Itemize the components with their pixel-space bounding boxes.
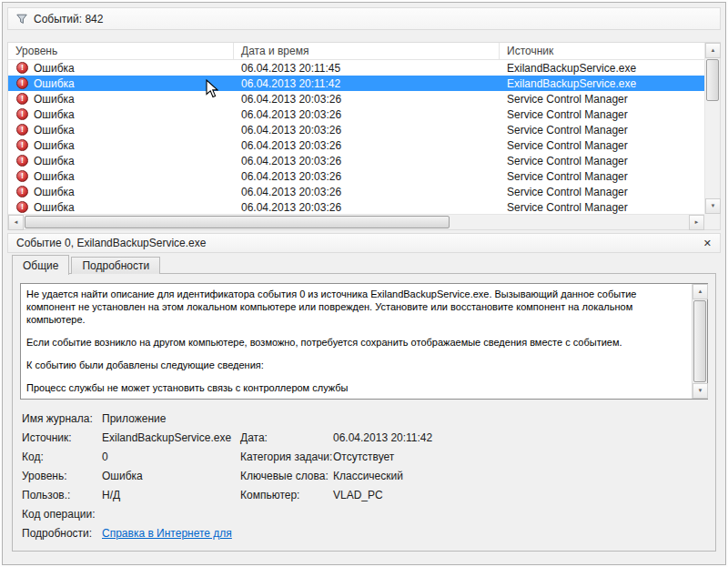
horizontal-scrollbar-thumb[interactable] (25, 216, 450, 228)
error-icon: ! (16, 201, 28, 213)
event-row[interactable]: ! Ошибка 06.04.2013 20:03:26 Service Con… (8, 153, 704, 168)
event-description-text: Не удается найти описание для идентифика… (26, 288, 687, 397)
close-icon[interactable]: ✕ (703, 238, 712, 249)
description-paragraph: Не удается найти описание для идентифика… (26, 288, 687, 326)
event-level-cell: ! Ошибка (8, 155, 234, 167)
event-detail-title: Событие 0, ExilandBackupService.exe (16, 237, 206, 249)
event-level-label: Ошибка (34, 77, 75, 90)
scroll-down-button[interactable]: ▼ (693, 383, 708, 399)
event-row[interactable]: ! Ошибка 06.04.2013 20:03:26 Service Con… (8, 184, 704, 199)
field-label: Код: (22, 451, 102, 463)
event-level-label: Ошибка (34, 186, 75, 198)
event-source: Service Control Manager (500, 201, 704, 214)
event-row[interactable]: ! Ошибка 06.04.2013 20:03:26 Service Con… (8, 91, 704, 106)
error-icon: ! (16, 155, 28, 167)
error-icon: ! (16, 93, 28, 105)
table-horizontal-scrollbar[interactable]: ◄ ► (8, 214, 704, 229)
field-row: Источник: ExilandBackupService.exe Дата:… (20, 428, 708, 447)
filter-icon (16, 14, 27, 25)
error-icon: ! (16, 124, 28, 136)
field-label: Уровень: (22, 470, 102, 482)
field-label: Код операции: (22, 508, 102, 521)
event-datetime: 06.04.2013 20:03:26 (234, 108, 500, 121)
column-header-datetime[interactable]: Дата и время (234, 43, 500, 59)
event-level-label: Ошибка (34, 155, 75, 167)
event-source: Service Control Manager (500, 124, 704, 137)
tab-details[interactable]: Подробности (71, 257, 160, 274)
scroll-right-button[interactable]: ► (689, 215, 704, 230)
event-source: Service Control Manager (500, 155, 704, 167)
event-level-label: Ошибка (34, 170, 75, 183)
event-level-cell: ! Ошибка (8, 93, 234, 106)
events-table-body: ! Ошибка 06.04.2013 20:11:45 ExilandBack… (8, 60, 704, 214)
field-row: Код операции: (20, 504, 708, 523)
event-source: Service Control Manager (500, 186, 704, 198)
field-label: Подробности: (22, 527, 102, 540)
online-help-link[interactable]: Справка в Интернете для (102, 527, 232, 540)
event-datetime: 06.04.2013 20:03:26 (234, 93, 500, 106)
event-datetime: 06.04.2013 20:03:26 (234, 139, 500, 152)
table-vertical-scrollbar[interactable]: ▲ ▼ (704, 43, 720, 214)
description-paragraph: Процесс службы не может установить связь… (26, 381, 687, 394)
event-datetime: 06.04.2013 20:11:42 (234, 77, 500, 90)
column-header-source[interactable]: Источник (500, 43, 704, 59)
tab-general[interactable]: Общие (12, 255, 69, 275)
event-datetime: 06.04.2013 20:03:26 (234, 170, 500, 183)
description-paragraph: Если событие возникло на другом компьюте… (26, 336, 687, 349)
error-icon: ! (16, 139, 28, 151)
event-level-label: Ошибка (34, 108, 75, 121)
event-source: ExilandBackupService.exe (500, 62, 704, 75)
scroll-up-button[interactable]: ▲ (693, 284, 708, 299)
field-label: Имя журнала: (22, 412, 102, 425)
field-label: Дата: (240, 431, 333, 444)
scroll-left-button[interactable]: ◄ (8, 215, 24, 230)
event-row[interactable]: ! Ошибка 06.04.2013 20:11:45 ExilandBack… (8, 60, 704, 76)
event-row[interactable]: ! Ошибка 06.04.2013 20:11:42 ExilandBack… (8, 76, 704, 91)
event-source: Service Control Manager (500, 93, 704, 106)
event-source: Service Control Manager (500, 108, 704, 121)
field-label: Пользов.: (22, 489, 102, 501)
event-datetime: 06.04.2013 20:03:26 (234, 201, 500, 214)
event-source: ExilandBackupService.exe (500, 77, 704, 90)
description-scrollbar[interactable]: ▲ ▼ (692, 284, 707, 399)
event-detail-header: Событие 0, ExilandBackupService.exe ✕ (7, 233, 721, 253)
field-label: Компьютер: (240, 489, 333, 501)
event-row[interactable]: ! Ошибка 06.04.2013 20:03:26 Service Con… (8, 199, 704, 214)
event-level-label: Ошибка (34, 62, 75, 75)
event-viewer-window: Событий: 842 Уровень Дата и время Источн… (2, 2, 726, 565)
event-level-cell: ! Ошибка (8, 170, 234, 183)
scroll-down-button[interactable]: ▼ (705, 198, 721, 214)
error-icon: ! (16, 77, 28, 89)
scrollbar-thumb[interactable] (693, 300, 706, 382)
error-icon: ! (16, 62, 28, 74)
field-row: Код: 0 Категория задачи: Отсутствует (20, 447, 708, 466)
event-level-cell: ! Ошибка (8, 201, 234, 214)
event-level-cell: ! Ошибка (8, 62, 234, 75)
event-source: Service Control Manager (500, 139, 704, 152)
event-level-cell: ! Ошибка (8, 108, 234, 121)
field-value: Н/Д (102, 489, 240, 501)
table-header: Уровень Дата и время Источник (8, 43, 704, 60)
field-label: Источник: (22, 431, 102, 444)
event-detail-panel: Не удается найти описание для идентифика… (12, 273, 716, 552)
error-icon: ! (16, 170, 28, 182)
event-row[interactable]: ! Ошибка 06.04.2013 20:03:26 Service Con… (8, 106, 704, 122)
event-datetime: 06.04.2013 20:03:26 (234, 124, 500, 137)
event-row[interactable]: ! Ошибка 06.04.2013 20:03:26 Service Con… (8, 137, 704, 153)
event-datetime: 06.04.2013 20:03:26 (234, 186, 500, 198)
event-level-cell: ! Ошибка (8, 124, 234, 137)
field-value: ExilandBackupService.exe (102, 431, 240, 444)
event-level-label: Ошибка (34, 124, 75, 137)
event-row[interactable]: ! Ошибка 06.04.2013 20:03:26 Service Con… (8, 168, 704, 184)
error-icon: ! (16, 108, 28, 120)
tab-bar: Общие Подробности (12, 255, 160, 274)
column-header-level[interactable]: Уровень (8, 43, 234, 59)
vertical-scrollbar-thumb[interactable] (706, 59, 719, 101)
filter-bar: Событий: 842 (7, 7, 721, 30)
event-level-label: Ошибка (34, 201, 75, 214)
event-row[interactable]: ! Ошибка 06.04.2013 20:03:26 Service Con… (8, 122, 704, 137)
scrollbar-corner (704, 214, 720, 229)
field-row: Пользов.: Н/Д Компьютер: VLAD_PC (20, 485, 708, 504)
scroll-up-button[interactable]: ▲ (705, 43, 721, 58)
field-value: Справка в Интернете для (102, 527, 240, 540)
